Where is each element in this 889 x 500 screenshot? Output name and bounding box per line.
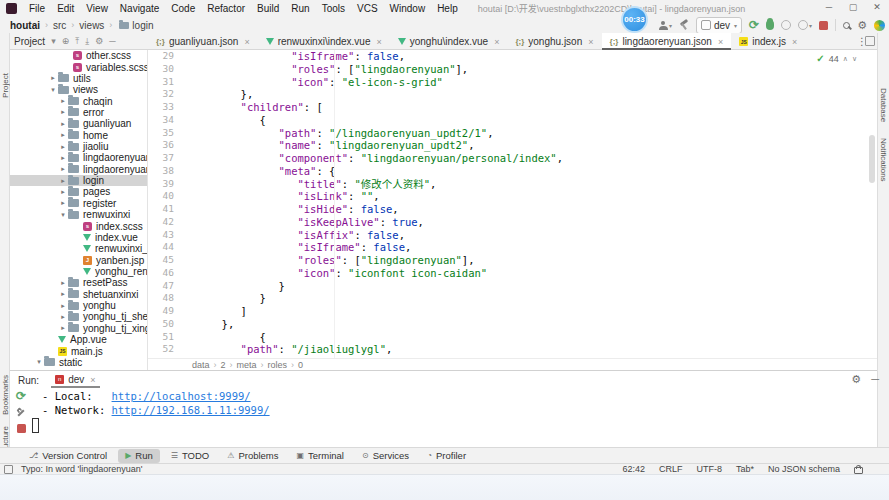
chevron-collapsed-icon[interactable]: ▸ xyxy=(58,290,68,298)
tree-item-login[interactable]: ▸login xyxy=(10,175,147,186)
tree-item-variables-scss[interactable]: svariables.scss xyxy=(10,61,147,72)
run-tab-dev[interactable]: n dev × xyxy=(51,372,99,388)
close-icon[interactable]: × xyxy=(494,37,499,47)
run-configuration-select[interactable]: dev ▾ xyxy=(696,17,742,34)
tree-item-index-vue[interactable]: index.vue xyxy=(10,232,147,243)
tool-stripe-notifications[interactable]: Notifications xyxy=(879,138,888,182)
line-number[interactable]: 40 xyxy=(148,190,174,203)
stop-icon[interactable] xyxy=(17,424,26,433)
tool-window-button-services[interactable]: ⊙Services xyxy=(355,449,416,463)
line-number[interactable]: 35 xyxy=(148,127,174,140)
editor-tab[interactable]: {;}yonghu.json× xyxy=(507,33,601,50)
tool-window-button-todo[interactable]: ☰TODO xyxy=(164,449,216,463)
line-number[interactable]: 42 xyxy=(148,216,174,229)
editor-breadcrumb-item[interactable]: 0 xyxy=(298,360,303,370)
caret-position[interactable]: 62:42 xyxy=(622,464,645,474)
line-number[interactable]: 48 xyxy=(148,292,174,305)
maximize-button[interactable]: ▢ xyxy=(841,0,865,15)
line-number[interactable]: 50 xyxy=(148,318,174,331)
line-number[interactable]: 33 xyxy=(148,101,174,114)
chevron-collapsed-icon[interactable]: ▸ xyxy=(58,302,68,310)
close-icon[interactable]: × xyxy=(588,37,593,47)
tool-stripe-bookmarks[interactable]: Bookmarks xyxy=(1,375,10,415)
chevron-collapsed-icon[interactable]: ▸ xyxy=(58,97,68,105)
line-number[interactable]: 29 xyxy=(148,50,174,63)
chevron-collapsed-icon[interactable]: ▸ xyxy=(58,120,68,128)
project-panel-title[interactable]: Project xyxy=(14,36,45,47)
breadcrumb-item[interactable]: views xyxy=(77,20,106,31)
close-icon[interactable]: × xyxy=(244,37,249,47)
tree-item-renwuxinxi[interactable]: ▾renwuxinxi xyxy=(10,209,147,220)
debug-button[interactable] xyxy=(766,18,774,32)
tool-window-button-terminal[interactable]: ▣Terminal xyxy=(290,449,351,463)
line-number[interactable]: 38 xyxy=(148,165,174,178)
chevron-expanded-icon[interactable]: ▾ xyxy=(48,86,58,94)
editor-scrollbar[interactable] xyxy=(869,135,875,183)
tree-item-shetuanxinxi[interactable]: ▸shetuanxinxi xyxy=(10,289,147,300)
tree-item-pages[interactable]: ▸pages xyxy=(10,186,147,197)
user-account-icon[interactable]: ▾ xyxy=(659,18,672,32)
coverage-icon[interactable] xyxy=(781,18,791,32)
menu-build[interactable]: Build xyxy=(251,2,285,15)
line-number[interactable]: 51 xyxy=(148,331,174,344)
tree-item-yonghu-tj-xingbie[interactable]: ▸yonghu_tj_xingbie xyxy=(10,323,147,334)
panel-settings-gear-icon[interactable]: ⚙ xyxy=(95,36,103,46)
chevron-collapsed-icon[interactable]: ▸ xyxy=(58,108,68,116)
tool-window-button-problems[interactable]: ⚠Problems xyxy=(220,449,285,463)
tree-item-static[interactable]: ▾static xyxy=(10,357,147,368)
rerun-icon[interactable]: ⟳ xyxy=(16,390,26,402)
breadcrumb-item[interactable]: src xyxy=(51,20,68,31)
line-number[interactable]: 41 xyxy=(148,203,174,216)
expand-all-icon[interactable]: ⤒ xyxy=(75,36,79,47)
chevron-down-icon[interactable]: ▾ xyxy=(51,36,56,46)
minimize-button[interactable]: ─ xyxy=(817,0,841,15)
tool-window-button-version-control[interactable]: ⎇Version Control xyxy=(22,449,114,463)
editor-layout-icon[interactable] xyxy=(865,36,875,46)
tree-item-resetpass[interactable]: ▸resetPass xyxy=(10,277,147,288)
chevron-collapsed-icon[interactable]: ▸ xyxy=(58,154,68,162)
close-icon[interactable]: × xyxy=(718,37,723,47)
close-icon[interactable]: × xyxy=(792,37,797,47)
next-problem-icon[interactable]: ∨ xyxy=(852,55,857,63)
menu-tools[interactable]: Tools xyxy=(316,2,351,15)
menu-refactor[interactable]: Refactor xyxy=(201,2,251,15)
editor-tab[interactable]: yonghu\index.vue× xyxy=(390,33,508,50)
editor-tab[interactable]: renwuxinxi\index.vue× xyxy=(258,33,390,50)
tree-item-lingdaorenyuan[interactable]: ▸lingdaorenyuan xyxy=(10,152,147,163)
tool-stripe-database[interactable]: Database xyxy=(879,88,888,122)
tree-item-index-scss[interactable]: sindex.scss xyxy=(10,220,147,231)
tree-item-lingdaorenyuan-tj-xing[interactable]: ▸lingdaorenyuan_tj_xing xyxy=(10,164,147,175)
tree-item-error[interactable]: ▸error xyxy=(10,107,147,118)
tree-item-utils[interactable]: ▸utils xyxy=(10,73,147,84)
status-message[interactable]: Typo: In word 'lingdaorenyuan' xyxy=(21,464,143,474)
indent-style[interactable]: Tab* xyxy=(736,464,754,474)
editor-breadcrumb-item[interactable]: meta xyxy=(237,360,257,370)
tree-item-guanliyuan[interactable]: ▸guanliyuan xyxy=(10,118,147,129)
line-number[interactable]: 52 xyxy=(148,343,174,356)
editor-tab[interactable]: {;}lingdaorenyuan.json× xyxy=(602,33,732,50)
readonly-lock-icon[interactable] xyxy=(854,467,863,474)
editor-breadcrumb-item[interactable]: roles xyxy=(268,360,288,370)
search-everywhere-icon[interactable] xyxy=(843,18,850,32)
close-button[interactable]: ✕ xyxy=(865,0,889,15)
line-number[interactable]: 49 xyxy=(148,305,174,318)
menu-code[interactable]: Code xyxy=(165,2,201,15)
locate-file-icon[interactable]: ⊕ xyxy=(62,36,70,46)
tree-item-yonghu-renwuxinxi-[interactable]: yonghu_renwuxinxi. xyxy=(10,266,147,277)
tree-item-home[interactable]: ▸home xyxy=(10,130,147,141)
line-separator[interactable]: CRLF xyxy=(659,464,683,474)
tree-item-register[interactable]: ▸register xyxy=(10,198,147,209)
editor-breadcrumb-item[interactable]: data xyxy=(192,360,210,370)
tree-item-yanben-jsp[interactable]: Jyanben.jsp xyxy=(10,254,147,265)
chevron-collapsed-icon[interactable]: ▸ xyxy=(58,279,68,287)
line-number[interactable]: 43 xyxy=(148,229,174,242)
run-config-wrench-icon[interactable] xyxy=(16,408,26,418)
chevron-collapsed-icon[interactable]: ▸ xyxy=(58,143,68,151)
chevron-expanded-icon[interactable]: ▾ xyxy=(34,358,44,366)
breadcrumb-item[interactable]: houtai xyxy=(8,20,42,31)
line-number[interactable]: 36 xyxy=(148,139,174,152)
browser-icon[interactable] xyxy=(874,18,885,32)
chevron-collapsed-icon[interactable]: ▸ xyxy=(48,74,58,82)
tree-item-renwuxinxi-addlbdq[interactable]: renwuxinxi_addlbdq xyxy=(10,243,147,254)
menu-vcs[interactable]: VCS xyxy=(351,2,384,15)
